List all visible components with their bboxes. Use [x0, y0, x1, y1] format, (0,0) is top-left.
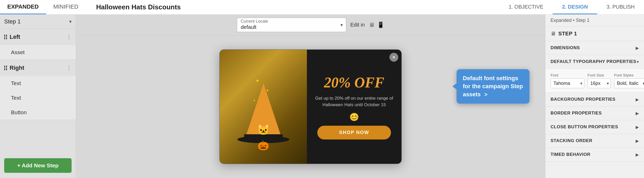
- border-title: BORDER PROPERTIES: [551, 111, 602, 116]
- tab-design[interactable]: 2. DESIGN: [553, 0, 597, 14]
- edit-in-label: Edit in: [350, 22, 365, 28]
- font-styles-label: Font Styles: [614, 73, 644, 77]
- chevron-down-icon: ▾: [69, 19, 72, 24]
- font-styles-select[interactable]: Bold, Italic: [614, 78, 644, 88]
- panel-section-border: BORDER PROPERTIES ▶: [545, 106, 644, 120]
- grid-icon: [4, 35, 7, 39]
- sidebar-left-label: Left: [10, 34, 20, 40]
- step-selector-label: Step 1: [4, 18, 21, 25]
- font-select[interactable]: Tahoma: [551, 78, 584, 88]
- tab-objective[interactable]: 1. OBJECTIVE: [499, 0, 553, 14]
- font-size-select[interactable]: 16px: [588, 78, 611, 88]
- discount-text: 20% OFF: [324, 74, 384, 91]
- typography-row: Font Tahoma Font Size 16px: [551, 73, 639, 88]
- close-button-header[interactable]: CLOSE BUTTON PROPERTIES ▶: [545, 120, 644, 134]
- breadcrumb: Expanded • Step 1: [545, 15, 644, 27]
- timed-header[interactable]: TIMED BEHAVIOR ▶: [545, 148, 644, 161]
- mobile-icon[interactable]: 📱: [377, 22, 384, 28]
- dimensions-header[interactable]: DIMENSIONS ▶: [545, 41, 644, 55]
- chevron-right-icon-close: ▶: [636, 125, 639, 130]
- typography-title: DEFAULT TYPOGRAPHY PROPERTIES: [551, 59, 636, 64]
- popup-emoji: 😊: [349, 112, 359, 122]
- font-size-field: Font Size 16px: [588, 73, 611, 88]
- more-options-icon[interactable]: ⋮: [66, 34, 72, 40]
- stacking-title: STACKING ORDER: [551, 138, 592, 143]
- popup-preview: × ★ ★ ★: [219, 49, 402, 164]
- popup-left-panel: ★ ★ ★ 🐱 🎃: [220, 50, 307, 164]
- close-button[interactable]: ×: [389, 53, 398, 62]
- panel-section-background: BACKGROUND PROPERTIES ▶: [545, 93, 644, 106]
- stacking-header[interactable]: STACKING ORDER ▶: [545, 134, 644, 148]
- popup-description: Get up to 20% off on our entire range of…: [313, 95, 395, 108]
- locale-selector[interactable]: Current Locale default ▾: [237, 18, 346, 32]
- font-size-select-wrapper: 16px: [588, 78, 611, 88]
- step-header-title: STEP 1: [558, 31, 577, 37]
- font-size-label: Font Size: [588, 73, 611, 77]
- chevron-right-icon-stacking: ▶: [636, 138, 639, 143]
- right-panel: Expanded • Step 1 🖥 STEP 1 DIMENSIONS ▶ …: [545, 15, 644, 178]
- sidebar-item-right[interactable]: Right ⋮: [0, 60, 76, 76]
- tooltip-text: Default font settings for the campaign S…: [463, 75, 523, 98]
- font-field: Font Tahoma: [551, 73, 584, 88]
- locale-label: Current Locale: [241, 19, 268, 24]
- sidebar-subitem-button[interactable]: Button: [0, 105, 76, 120]
- panel-section-timed: TIMED BEHAVIOR ▶: [545, 148, 644, 162]
- panel-section-stacking: STACKING ORDER ▶: [545, 134, 644, 148]
- view-mode-tabs: EXPANDED MINIFIED: [0, 0, 86, 14]
- canvas-toolbar: Current Locale default ▾ Edit in 🖥 📱: [76, 15, 545, 35]
- left-sidebar: Step 1 ▾: [0, 15, 76, 178]
- tab-minified[interactable]: MINIFIED: [46, 0, 86, 14]
- sidebar-right-label: Right: [10, 65, 24, 71]
- step-header: 🖥 STEP 1: [545, 27, 644, 41]
- font-select-wrapper: Tahoma: [551, 78, 584, 88]
- chevron-right-icon-bg: ▶: [636, 97, 639, 102]
- chevron-right-icon-timed: ▶: [636, 152, 639, 157]
- canvas-area: Current Locale default ▾ Edit in 🖥 📱 ×: [76, 15, 545, 178]
- grid-icon-2: [4, 66, 7, 70]
- canvas-content: × ★ ★ ★: [76, 35, 545, 178]
- shop-now-button[interactable]: SHOP NOW: [317, 126, 391, 139]
- dimensions-title: DIMENSIONS: [551, 45, 580, 50]
- device-icons: 🖥 📱: [369, 22, 384, 28]
- font-styles-field: Font Styles Bold, Italic: [614, 73, 644, 88]
- tooltip: Default font settings for the campaign S…: [457, 69, 529, 104]
- typography-header[interactable]: DEFAULT TYPOGRAPHY PROPERTIES ▾: [545, 55, 644, 68]
- background-header[interactable]: BACKGROUND PROPERTIES ▶: [545, 93, 644, 106]
- border-header[interactable]: BORDER PROPERTIES ▶: [545, 106, 644, 120]
- more-options-icon-2[interactable]: ⋮: [66, 65, 72, 71]
- nav-tabs: 1. OBJECTIVE 2. DESIGN 3. PUBLISH: [499, 0, 644, 14]
- chevron-right-icon: ▶: [636, 46, 639, 50]
- main-layout: Step 1 ▾: [0, 15, 644, 178]
- desktop-icon[interactable]: 🖥: [369, 22, 375, 28]
- typography-content: Font Tahoma Font Size 16px: [545, 68, 644, 92]
- sidebar-subitem-text-1[interactable]: Text: [0, 76, 76, 91]
- step-selector[interactable]: Step 1 ▾: [0, 15, 76, 29]
- chevron-down-icon-locale: ▾: [340, 22, 343, 28]
- header: EXPANDED MINIFIED Halloween Hats Discoun…: [0, 0, 644, 15]
- tab-publish[interactable]: 3. PUBLISH: [597, 0, 644, 14]
- panel-section-close-button: CLOSE BUTTON PROPERTIES ▶: [545, 120, 644, 134]
- sidebar-subitem-asset[interactable]: Asset: [0, 45, 76, 60]
- sidebar-item-left[interactable]: Left ⋮: [0, 29, 76, 45]
- background-title: BACKGROUND PROPERTIES: [551, 97, 615, 102]
- chevron-right-icon-border: ▶: [636, 111, 639, 116]
- add-new-step-button[interactable]: + Add New Step: [4, 158, 72, 173]
- page-title: Halloween Hats Discounts: [86, 3, 499, 11]
- sidebar-section-right: Right ⋮ Text Text Button: [0, 60, 76, 120]
- timed-title: TIMED BEHAVIOR: [551, 152, 590, 157]
- panel-section-typography: DEFAULT TYPOGRAPHY PROPERTIES ▾ Font Tah…: [545, 55, 644, 93]
- font-label: Font: [551, 73, 584, 77]
- font-styles-select-wrapper: Bold, Italic: [614, 78, 644, 88]
- sidebar-section-left: Left ⋮ Asset: [0, 29, 76, 60]
- chevron-down-icon-typography: ▾: [637, 59, 639, 64]
- tab-expanded[interactable]: EXPANDED: [0, 0, 46, 14]
- close-button-title: CLOSE BUTTON PROPERTIES: [551, 124, 618, 130]
- arrow-right-icon: >: [484, 91, 488, 98]
- popup-right-panel: 20% OFF Get up to 20% off on our entire …: [307, 50, 401, 164]
- sidebar-subitem-text-2[interactable]: Text: [0, 91, 76, 105]
- monitor-icon: 🖥: [551, 31, 556, 37]
- panel-section-dimensions: DIMENSIONS ▶: [545, 41, 644, 55]
